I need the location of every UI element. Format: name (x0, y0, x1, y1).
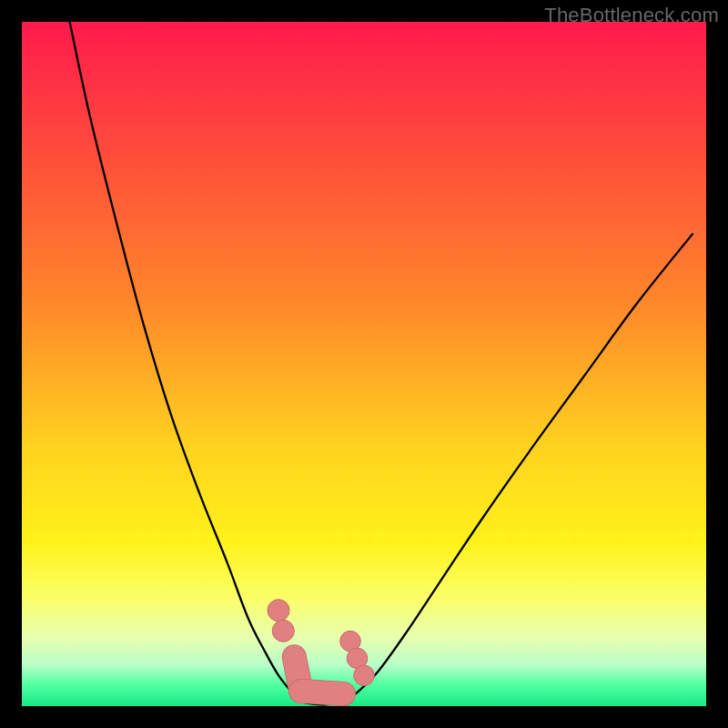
marker-dot (354, 665, 375, 686)
marker-capsule (301, 692, 344, 694)
bottleneck-chart (22, 22, 706, 706)
marker-dot (272, 620, 294, 642)
marker-dot (268, 600, 289, 622)
gradient-background (22, 22, 706, 706)
chart-frame (22, 22, 706, 706)
